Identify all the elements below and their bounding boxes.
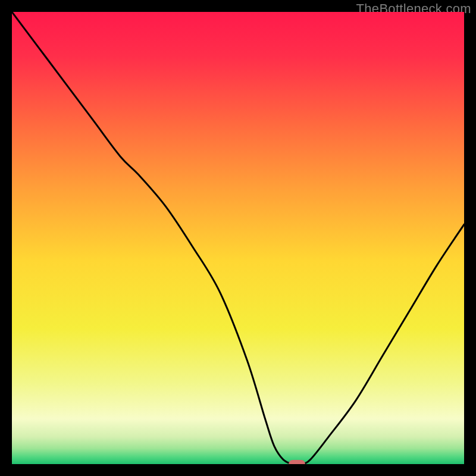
gradient-background <box>12 12 464 464</box>
optimal-marker <box>289 460 305 464</box>
chart-container: TheBottleneck.com <box>0 0 476 476</box>
svg-rect-0 <box>12 12 464 464</box>
plot-area <box>12 12 464 464</box>
